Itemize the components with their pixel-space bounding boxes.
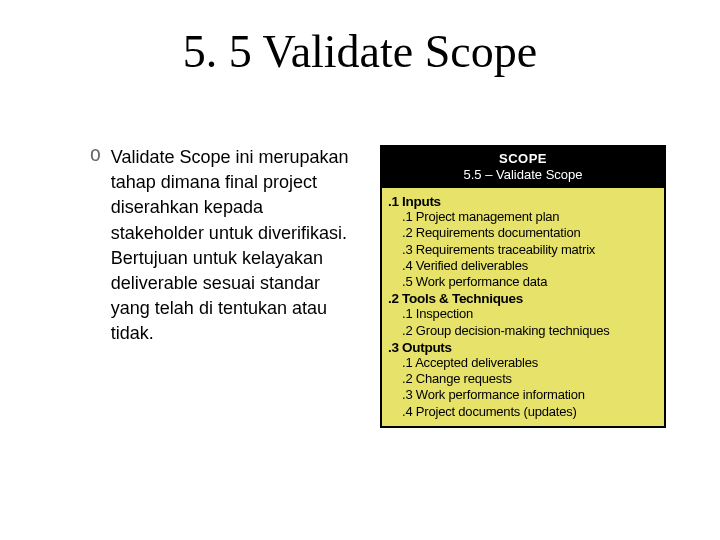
right-column: SCOPE 5.5 – Validate Scope .1 Inputs .1 … bbox=[380, 145, 682, 490]
section-item: .3 Requirements traceability matrix bbox=[382, 242, 664, 258]
process-header-sub: 5.5 – Validate Scope bbox=[386, 167, 660, 182]
section-item: .2 Change requests bbox=[382, 371, 664, 387]
bullet-item: O Validate Scope ini merupakan tahap dim… bbox=[90, 145, 360, 347]
section-heading-outputs: .3 Outputs bbox=[382, 339, 664, 355]
section-item: .1 Project management plan bbox=[382, 209, 664, 225]
left-column: O Validate Scope ini merupakan tahap dim… bbox=[90, 145, 360, 490]
bullet-marker-icon: O bbox=[90, 145, 111, 165]
process-header: SCOPE 5.5 – Validate Scope bbox=[382, 147, 664, 188]
section-item: .1 Accepted deliverables bbox=[382, 355, 664, 371]
process-box: SCOPE 5.5 – Validate Scope .1 Inputs .1 … bbox=[380, 145, 666, 428]
process-body: .1 Inputs .1 Project management plan .2 … bbox=[382, 188, 664, 426]
section-heading-tools: .2 Tools & Techniques bbox=[382, 290, 664, 306]
section-item: .4 Project documents (updates) bbox=[382, 404, 664, 420]
section-item: .3 Work performance information bbox=[382, 387, 664, 403]
section-heading-inputs: .1 Inputs bbox=[382, 193, 664, 209]
section-item: .4 Verified deliverables bbox=[382, 258, 664, 274]
slide-title: 5. 5 Validate Scope bbox=[0, 25, 720, 78]
content-area: O Validate Scope ini merupakan tahap dim… bbox=[90, 145, 682, 490]
slide: 5. 5 Validate Scope O Validate Scope ini… bbox=[0, 0, 720, 540]
process-header-top: SCOPE bbox=[386, 151, 660, 166]
section-item: .2 Requirements documentation bbox=[382, 225, 664, 241]
bullet-text: Validate Scope ini merupakan tahap diman… bbox=[111, 145, 360, 347]
section-item: .5 Work performance data bbox=[382, 274, 664, 290]
section-item: .2 Group decision-making techniques bbox=[382, 323, 664, 339]
section-item: .1 Inspection bbox=[382, 306, 664, 322]
